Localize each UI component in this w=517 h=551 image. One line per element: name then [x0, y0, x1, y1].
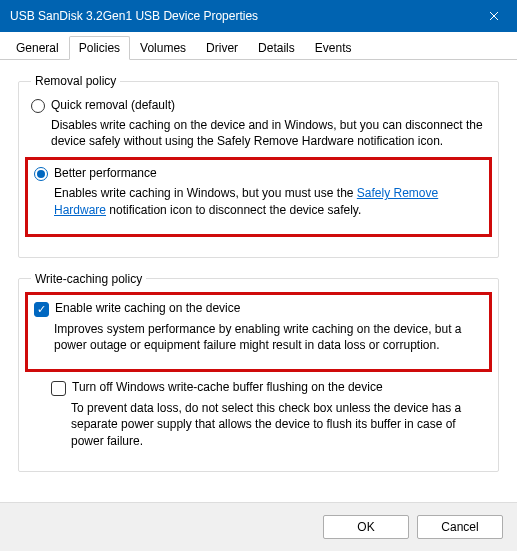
- turnoff-flush-label: Turn off Windows write-cache buffer flus…: [72, 380, 383, 394]
- close-button[interactable]: [471, 0, 517, 32]
- radio-icon: [31, 99, 45, 113]
- enable-write-caching-label: Enable write caching on the device: [55, 301, 240, 315]
- highlight-box: Better performance Enables write caching…: [25, 157, 492, 236]
- tab-volumes[interactable]: Volumes: [130, 36, 196, 59]
- checkbox-icon: [51, 381, 66, 396]
- window-title: USB SanDisk 3.2Gen1 USB Device Propertie…: [10, 9, 471, 23]
- enable-write-caching-desc: Improves system performance by enabling …: [54, 321, 483, 353]
- write-caching-legend: Write-caching policy: [31, 272, 146, 286]
- removal-policy-legend: Removal policy: [31, 74, 120, 88]
- tab-details[interactable]: Details: [248, 36, 305, 59]
- dialog-content: General Policies Volumes Driver Details …: [0, 32, 517, 551]
- titlebar: USB SanDisk 3.2Gen1 USB Device Propertie…: [0, 0, 517, 32]
- highlight-box-2: ✓ Enable write caching on the device Imp…: [25, 292, 492, 372]
- tab-events[interactable]: Events: [305, 36, 362, 59]
- checkbox-checked-icon: ✓: [34, 302, 49, 317]
- write-caching-group: Write-caching policy ✓ Enable write cach…: [18, 272, 499, 472]
- quick-removal-desc: Disables write caching on the device and…: [51, 117, 486, 149]
- policies-panel: Removal policy Quick removal (default) D…: [0, 60, 517, 502]
- enable-write-caching-option[interactable]: ✓ Enable write caching on the device: [34, 301, 483, 317]
- tab-strip: General Policies Volumes Driver Details …: [0, 32, 517, 60]
- turnoff-flush-desc: To prevent data loss, do not select this…: [71, 400, 486, 449]
- ok-button[interactable]: OK: [323, 515, 409, 539]
- tab-driver[interactable]: Driver: [196, 36, 248, 59]
- removal-policy-group: Removal policy Quick removal (default) D…: [18, 74, 499, 258]
- quick-removal-label: Quick removal (default): [51, 98, 175, 112]
- better-performance-option[interactable]: Better performance: [34, 166, 483, 181]
- cancel-button[interactable]: Cancel: [417, 515, 503, 539]
- turnoff-flush-option[interactable]: Turn off Windows write-cache buffer flus…: [51, 380, 486, 396]
- radio-icon-checked: [34, 167, 48, 181]
- dialog-footer: OK Cancel: [0, 502, 517, 551]
- quick-removal-option[interactable]: Quick removal (default): [31, 98, 486, 113]
- better-performance-label: Better performance: [54, 166, 157, 180]
- better-performance-desc: Enables write caching in Windows, but yo…: [54, 185, 483, 217]
- tab-policies[interactable]: Policies: [69, 36, 130, 60]
- close-icon: [489, 11, 499, 21]
- tab-general[interactable]: General: [6, 36, 69, 59]
